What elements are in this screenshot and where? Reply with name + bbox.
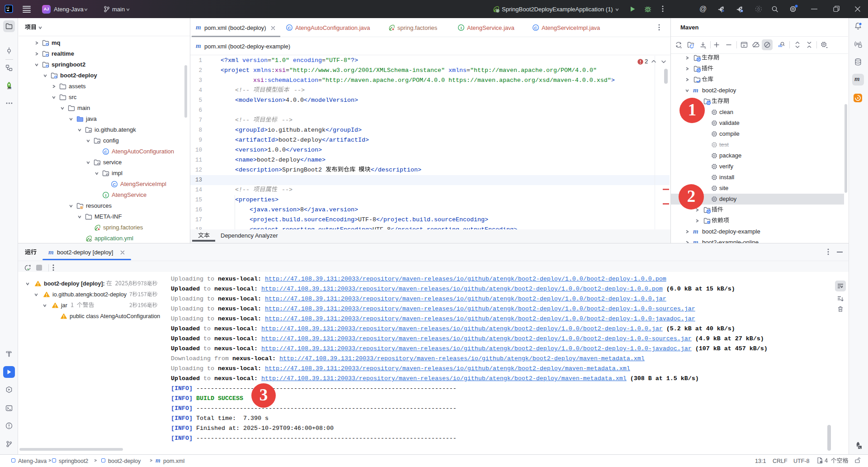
svg-text:m: m bbox=[196, 24, 201, 30]
svg-text:m: m bbox=[48, 249, 54, 255]
svg-text:I: I bbox=[461, 25, 462, 30]
svg-text:I: I bbox=[105, 193, 107, 198]
svg-text:m: m bbox=[196, 43, 201, 49]
svg-text:C: C bbox=[288, 25, 291, 30]
svg-text:m: m bbox=[693, 229, 698, 234]
svg-text:m: m bbox=[156, 458, 160, 463]
svg-text:C: C bbox=[104, 149, 108, 154]
svg-text:C: C bbox=[534, 25, 538, 30]
svg-text:C: C bbox=[113, 182, 116, 187]
svg-text:m: m bbox=[693, 87, 698, 93]
svg-text:m: m bbox=[693, 239, 698, 243]
svg-text:JR: JR bbox=[7, 86, 11, 90]
